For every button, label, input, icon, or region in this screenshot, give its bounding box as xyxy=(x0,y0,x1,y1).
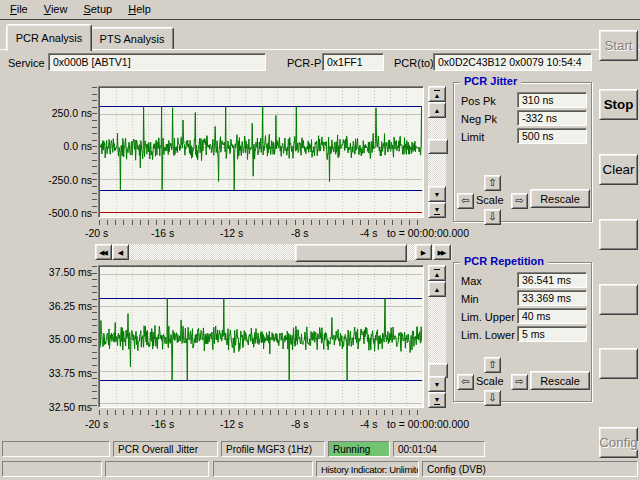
jitter-x-axis-ticks xyxy=(99,220,424,225)
status-running-badge: Running xyxy=(328,441,390,457)
neg-pk-value: -332 ns xyxy=(517,110,587,126)
rep-lim-lower-value[interactable]: 5 ms xyxy=(517,326,587,342)
rep-rescale-button[interactable]: Rescale xyxy=(530,371,590,390)
status2-cell-empty-1 xyxy=(2,461,102,477)
rep-scroll-bottom-icon[interactable]: ▼ xyxy=(428,392,446,408)
pcr-pid-field[interactable]: 0x1FF1 xyxy=(322,53,384,71)
rep-scale-down-icon[interactable]: ⇩ xyxy=(484,390,501,406)
jitter-ytick-250: 250.0 ns xyxy=(30,107,92,119)
jitter-scale-label: Scale xyxy=(476,194,504,206)
rep-xtick-16s: -16 s xyxy=(151,418,174,430)
status-history-indicator: History Indicator: Unlimited xyxy=(316,461,419,477)
jitter-xtick-4s: -4 s xyxy=(360,227,378,239)
jitter-scroll-up-icon[interactable]: ▲ xyxy=(428,102,446,118)
blank-button-3 xyxy=(599,348,638,379)
rep-lim-lower-label: Lim. Lower xyxy=(461,329,515,341)
jitter-ytick-neg250: -250.0 ns xyxy=(30,174,92,186)
jitter-xtick-16s: -16 s xyxy=(151,227,174,239)
service-field[interactable]: 0x000B [ABTV1] xyxy=(48,53,266,71)
rep-min-value: 33.369 ms xyxy=(517,290,587,306)
jitter-y-axis-ticks xyxy=(92,87,97,218)
pcr-jitter-chart xyxy=(98,86,424,218)
rep-min-label: Min xyxy=(461,293,479,305)
config-button: Config xyxy=(599,427,638,458)
jitter-xtick-20s: -20 s xyxy=(85,227,108,239)
app-window: File View Setup Help PTS Analysis PCR An… xyxy=(0,0,640,480)
pcr-to-label: PCR(to) xyxy=(394,57,434,69)
rep-lim-upper-label: Lim. Upper xyxy=(461,311,515,323)
jitter-scale-right-icon[interactable]: ⇨ xyxy=(511,193,528,209)
stop-button[interactable]: Stop xyxy=(599,89,638,120)
rep-y-axis-ticks xyxy=(92,266,97,408)
jitter-xtick-8s: -8 s xyxy=(291,227,309,239)
tab-pts-analysis[interactable]: PTS Analysis xyxy=(90,27,174,51)
neg-pk-label: Neg Pk xyxy=(461,113,497,125)
jitter-scroll-down-icon[interactable]: ▼ xyxy=(428,186,446,202)
menu-view[interactable]: View xyxy=(36,1,76,18)
rep-max-value: 36.541 ms xyxy=(517,272,587,288)
rep-x-end-label: to = 00:00:00.000 xyxy=(387,418,469,430)
jitter-scroll-far-left-icon[interactable]: ◀◀ xyxy=(95,244,112,260)
jitter-ytick-neg500: -500.0 ns xyxy=(30,207,92,219)
status2-cell-empty-3 xyxy=(213,461,313,477)
rep-ytick-3500: 35.00 ms xyxy=(30,333,92,345)
menu-bar: File View Setup Help xyxy=(0,0,640,20)
jitter-rescale-button[interactable]: Rescale xyxy=(530,189,590,208)
pcr-repetition-chart xyxy=(98,265,424,408)
jitter-scroll-bottom-icon[interactable]: ▼ xyxy=(428,202,446,218)
rep-xtick-4s: -4 s xyxy=(360,418,378,430)
jitter-x-end-label: to = 00:00:00.000 xyxy=(387,227,469,239)
pcr-to-field[interactable]: 0x0D2C43B12 0x0079 10:54:4 xyxy=(433,53,592,71)
jitter-scale-left-icon[interactable]: ⇦ xyxy=(457,193,474,209)
blank-button-1 xyxy=(599,219,638,250)
jitter-scroll-left-icon[interactable]: ◀ xyxy=(112,244,129,260)
service-label: Service xyxy=(8,57,45,69)
jitter-scale-up-icon[interactable]: ⇧ xyxy=(484,175,501,191)
jitter-ytick-0: 0.0 ns xyxy=(30,140,92,152)
rep-ytick-3625: 36.25 ms xyxy=(30,300,92,312)
tab-pcr-analysis[interactable]: PCR Analysis xyxy=(6,24,92,51)
pcr-repetition-panel: PCR Repetition Max 36.541 ms Min 33.369 … xyxy=(453,262,592,402)
jitter-hscroll-thumb[interactable] xyxy=(295,244,407,262)
blank-button-2 xyxy=(599,284,638,315)
status-cell-empty-1 xyxy=(2,441,110,457)
menu-setup[interactable]: Setup xyxy=(75,1,120,18)
status2-cell-empty-2 xyxy=(105,461,209,477)
clear-button[interactable]: Clear xyxy=(599,154,638,185)
status-elapsed-time: 00:01:04 xyxy=(393,441,485,457)
rep-xtick-12s: -12 s xyxy=(220,418,243,430)
pcr-jitter-panel: PCR Jitter Pos Pk 310 ns Neg Pk -332 ns … xyxy=(453,82,592,222)
pos-pk-value: 310 ns xyxy=(517,92,587,108)
rep-ytick-3250: 32.50 ms xyxy=(30,401,92,413)
jitter-scale-down-icon[interactable]: ⇩ xyxy=(484,209,501,225)
rep-xtick-20s: -20 s xyxy=(85,418,108,430)
rep-scroll-up-icon[interactable]: ▲ xyxy=(428,281,446,297)
status-config-standard: Config (DVB) xyxy=(422,461,638,477)
menu-file[interactable]: File xyxy=(2,1,36,18)
rep-scroll-down-icon[interactable]: ▼ xyxy=(428,376,446,392)
pos-pk-label: Pos Pk xyxy=(461,95,496,107)
rep-xtick-8s: -8 s xyxy=(291,418,309,430)
rep-ytick-3375: 33.75 ms xyxy=(30,367,92,379)
rep-scale-right-icon[interactable]: ⇨ xyxy=(511,374,528,390)
rep-lim-upper-value[interactable]: 40 ms xyxy=(517,308,587,324)
start-button: Start xyxy=(599,30,638,61)
jitter-scroll-far-right-icon[interactable]: ▶▶ xyxy=(433,244,451,260)
jitter-xtick-12s: -12 s xyxy=(220,227,243,239)
jitter-limit-label: Limit xyxy=(461,131,484,143)
rep-max-label: Max xyxy=(461,275,482,287)
rep-x-axis-ticks xyxy=(99,410,424,415)
rep-scale-up-icon[interactable]: ⇧ xyxy=(484,357,501,373)
rep-scale-left-icon[interactable]: ⇦ xyxy=(457,374,474,390)
rep-scale-label: Scale xyxy=(476,375,504,387)
jitter-scroll-top-icon[interactable]: ▲ xyxy=(428,86,446,102)
jitter-scroll-right-icon[interactable]: ▶ xyxy=(415,244,432,260)
status-measurement-mode: PCR Overall Jitter xyxy=(113,441,218,457)
pcr-jitter-panel-title: PCR Jitter xyxy=(460,75,521,87)
jitter-limit-value[interactable]: 500 ns xyxy=(517,128,587,144)
jitter-vscroll-thumb[interactable] xyxy=(428,139,448,154)
menu-help[interactable]: Help xyxy=(120,1,159,18)
status-profile: Profile MGF3 (1Hz) xyxy=(221,441,325,457)
pcr-repetition-panel-title: PCR Repetition xyxy=(460,255,548,267)
rep-scroll-top-icon[interactable]: ▲ xyxy=(428,265,446,281)
